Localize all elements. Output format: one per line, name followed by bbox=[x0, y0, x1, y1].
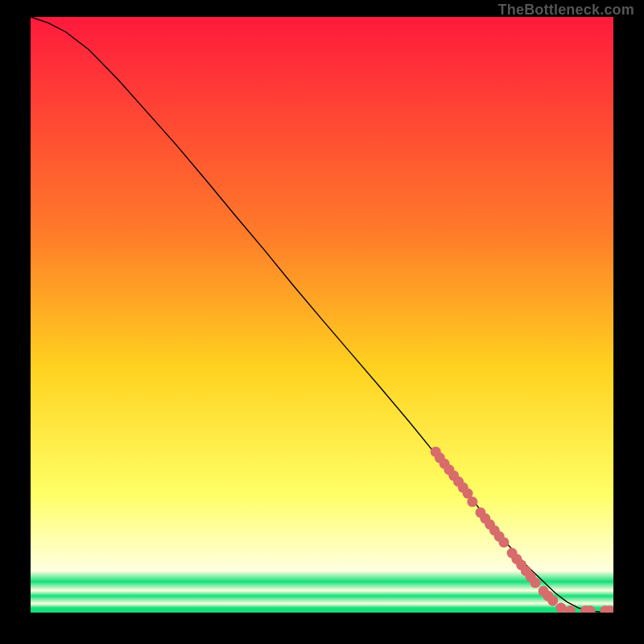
gradient-background bbox=[31, 17, 613, 613]
outer-frame: TheBottleneck.com bbox=[0, 0, 644, 644]
data-marker bbox=[530, 578, 540, 588]
data-marker bbox=[555, 603, 566, 613]
data-marker bbox=[498, 537, 509, 547]
credit-label: TheBottleneck.com bbox=[498, 2, 634, 19]
chart-plot bbox=[31, 17, 613, 613]
data-marker bbox=[467, 497, 477, 507]
data-marker bbox=[547, 596, 558, 606]
